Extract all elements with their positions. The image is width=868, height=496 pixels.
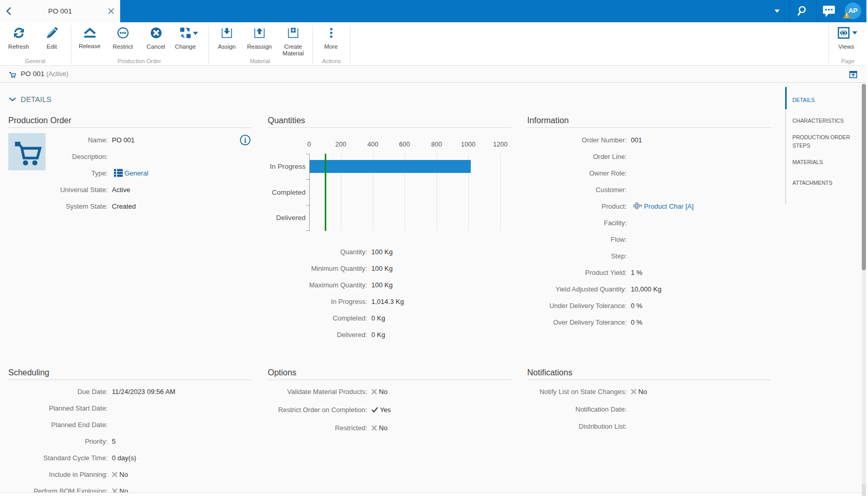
svg-text:i: i: [244, 137, 247, 144]
